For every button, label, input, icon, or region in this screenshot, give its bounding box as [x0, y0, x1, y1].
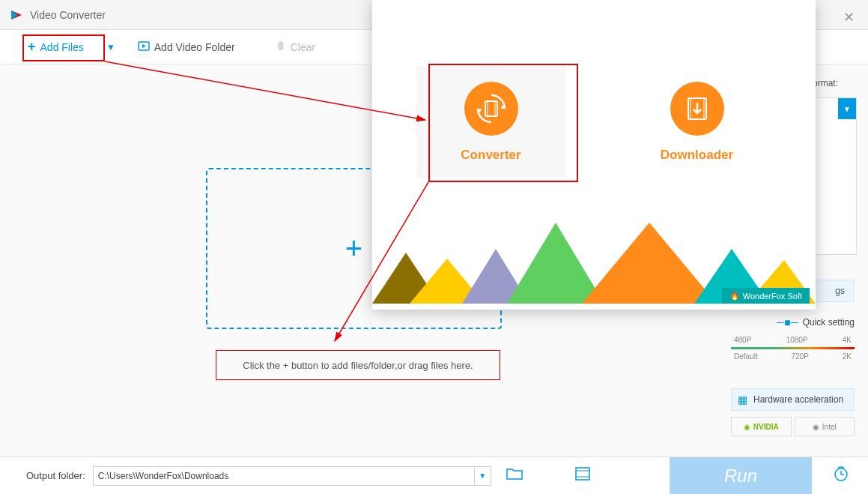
svg-rect-1: [576, 468, 589, 480]
gpu-row: ◉ NVIDIA ◉ Intel: [731, 417, 855, 436]
open-folder-icon[interactable]: [506, 467, 523, 484]
run-button[interactable]: Run: [670, 457, 812, 495]
chip-icon: ▦: [738, 394, 747, 406]
nvidia-button[interactable]: ◉ NVIDIA: [731, 417, 792, 436]
add-folder-button[interactable]: Add Video Folder: [129, 35, 244, 58]
output-folder-input[interactable]: [93, 466, 475, 486]
quality-slider[interactable]: 480P 1080P 4K Default 720P 2K: [731, 336, 855, 361]
timer-icon[interactable]: [833, 466, 849, 487]
add-folder-label: Add Video Folder: [154, 41, 235, 53]
converter-icon: [464, 82, 518, 136]
clear-label: Clear: [291, 41, 315, 53]
add-files-button[interactable]: + Add Files: [19, 34, 93, 59]
intel-icon: ◉: [813, 423, 819, 431]
svg-marker-15: [507, 223, 604, 304]
svg-marker-16: [582, 223, 717, 304]
app-logo-icon: [9, 7, 24, 22]
slider-icon: ─■─: [777, 316, 798, 328]
slider-bar[interactable]: [731, 347, 855, 349]
format-dropdown-icon[interactable]: ▼: [838, 98, 856, 119]
converter-label: Converter: [461, 148, 521, 163]
intel-button[interactable]: ◉ Intel: [795, 417, 855, 436]
add-files-label: Add Files: [40, 41, 84, 53]
app-title: Video Converter: [30, 9, 106, 21]
hardware-accel-button[interactable]: ▦ Hardware acceleration: [731, 388, 855, 411]
svg-rect-8: [488, 101, 495, 116]
close-icon[interactable]: ✕: [843, 9, 855, 25]
trash-icon: [276, 40, 286, 53]
chevron-down-icon[interactable]: ▼: [106, 42, 115, 52]
quick-setting-label: ─■─ Quick setting: [777, 316, 855, 328]
svg-rect-7: [485, 101, 497, 116]
plus-icon: +: [28, 39, 36, 55]
clear-button[interactable]: Clear: [267, 36, 324, 58]
folder-video-icon: [138, 40, 150, 54]
dropzone-plus-icon: +: [345, 232, 362, 265]
brand-icon: 🔥: [729, 291, 740, 301]
output-folder-label: Output folder:: [26, 470, 85, 481]
dropzone-hint: Click the + button to add files/folder,o…: [216, 350, 500, 380]
output-folder-dropdown-icon[interactable]: ▼: [475, 466, 491, 486]
converter-card[interactable]: Converter: [416, 66, 566, 178]
downloader-card[interactable]: Downloader: [622, 66, 772, 178]
downloader-icon: [670, 82, 724, 136]
merge-icon[interactable]: [575, 467, 590, 484]
nvidia-icon: ◉: [744, 423, 750, 431]
mode-overlay: Converter Downloader 🔥 WonderFox Soft: [372, 0, 816, 310]
bottombar: Output folder: ▼ Run: [0, 457, 868, 494]
downloader-label: Downloader: [661, 148, 733, 163]
brand-badge: 🔥 WonderFox Soft: [722, 288, 810, 304]
